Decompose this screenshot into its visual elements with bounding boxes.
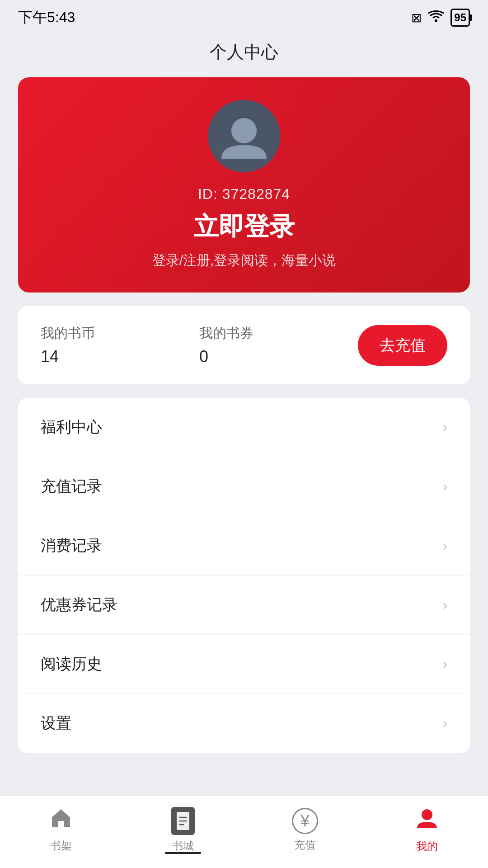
login-subtitle: 登录/注册,登录阅读，海量小说 — [152, 251, 336, 270]
menu-item[interactable]: 消费记录 › — [18, 516, 470, 576]
menu-item[interactable]: 设置 › — [18, 694, 470, 753]
active-indicator — [165, 852, 201, 854]
recharge-button[interactable]: 去充值 — [358, 325, 447, 366]
home-icon — [49, 807, 73, 835]
avatar-icon — [217, 109, 271, 163]
nav-item-bookshelf[interactable]: 书架 — [0, 807, 122, 858]
nav-label-mine: 我的 — [416, 839, 438, 854]
nav-label-recharge: 充值 — [294, 838, 316, 852]
chevron-right-icon: › — [443, 716, 447, 731]
chevron-right-icon: › — [443, 538, 447, 553]
book-icon — [171, 807, 195, 835]
status-bar: 下午5:43 ⊠ 95 — [0, 0, 488, 32]
battery-icon: 95 — [450, 9, 470, 27]
svg-point-0 — [435, 19, 437, 22]
book-voucher-label: 我的书券 — [199, 324, 358, 343]
status-time: 下午5:43 — [18, 8, 75, 28]
main-content: ID: 37282874 立即登录 登录/注册,登录阅读，海量小说 我的书币 1… — [0, 77, 488, 841]
menu-item[interactable]: 优惠券记录 › — [18, 576, 470, 635]
menu-item-label: 设置 — [41, 713, 71, 734]
chevron-right-icon: › — [443, 420, 447, 435]
currency-card: 我的书币 14 我的书券 0 去充值 — [18, 306, 470, 384]
battery-level: 95 — [454, 11, 466, 24]
menu-item[interactable]: 充值记录 › — [18, 457, 470, 516]
chevron-right-icon: › — [443, 597, 447, 613]
page-title: 个人中心 — [0, 32, 488, 77]
menu-item-label: 福利中心 — [41, 417, 102, 438]
nav-label-bookshelf: 书架 — [50, 839, 72, 853]
menu-item[interactable]: 阅读历史 › — [18, 635, 470, 694]
recharge-icon: ¥ — [292, 808, 318, 834]
nav-item-mine[interactable]: 我的 — [366, 807, 488, 858]
bottom-nav: 书架 书城 ¥ 充值 我的 — [0, 796, 488, 868]
menu-card: 福利中心 › 充值记录 › 消费记录 › 优惠券记录 › 阅读历史 › 设置 › — [18, 398, 470, 753]
book-coin-value: 14 — [41, 347, 199, 366]
nav-item-recharge[interactable]: ¥ 充值 — [244, 808, 366, 857]
book-voucher-value: 0 — [199, 347, 358, 366]
person-icon — [415, 807, 439, 835]
book-voucher-item: 我的书券 0 — [199, 324, 358, 366]
nav-label-bookstore: 书城 — [172, 839, 194, 853]
login-title[interactable]: 立即登录 — [193, 210, 295, 244]
menu-item-label: 优惠券记录 — [41, 594, 117, 615]
chevron-right-icon: › — [443, 479, 447, 494]
book-coin-item: 我的书币 14 — [41, 324, 199, 366]
book-coin-label: 我的书币 — [41, 324, 199, 343]
menu-item[interactable]: 福利中心 › — [18, 398, 470, 457]
profile-card[interactable]: ID: 37282874 立即登录 登录/注册,登录阅读，海量小说 — [18, 77, 470, 292]
avatar — [208, 100, 280, 172]
nav-item-bookstore[interactable]: 书城 — [122, 807, 244, 858]
svg-point-6 — [422, 809, 432, 820]
menu-item-label: 充值记录 — [41, 476, 102, 497]
user-id: ID: 37282874 — [198, 186, 290, 203]
status-icons: ⊠ 95 — [411, 9, 470, 27]
menu-item-label: 消费记录 — [41, 535, 102, 556]
chevron-right-icon: › — [443, 656, 447, 672]
wifi-icon — [428, 10, 444, 26]
menu-item-label: 阅读历史 — [41, 654, 102, 675]
close-icon: ⊠ — [411, 10, 422, 25]
svg-point-1 — [231, 118, 257, 143]
